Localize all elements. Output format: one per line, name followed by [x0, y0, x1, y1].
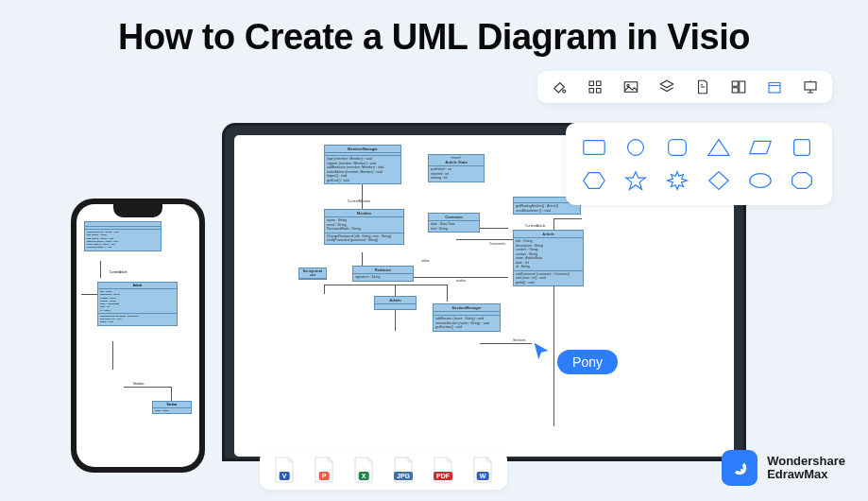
shape-rectangle[interactable] [581, 136, 607, 159]
uml-class-membermanager[interactable]: MemberManager login (member: Member) : v… [324, 145, 401, 184]
class-name: Member [325, 210, 403, 217]
shape-palette [566, 123, 832, 205]
export-p[interactable]: P [313, 457, 335, 483]
uml-class-member[interactable]: Member name : Stringemail : StringPasswo… [324, 209, 404, 245]
assoc-label: editor [421, 259, 430, 263]
brand-logo-group: WondershareEdrawMax [722, 450, 845, 486]
assoc-label: CurrentArticle [110, 270, 127, 274]
class-name: Redactor [353, 267, 413, 274]
svg-rect-4 [624, 82, 638, 93]
layout-icon[interactable] [730, 78, 747, 95]
svg-point-12 [628, 140, 644, 156]
export-toolbar: VPXJPGPDFW [260, 450, 507, 490]
assoc-label: Comments [489, 242, 505, 246]
svg-rect-0 [589, 81, 594, 86]
svg-rect-8 [732, 88, 738, 93]
class-attrs: name : Stringemail : StringPasswordHash … [325, 217, 403, 233]
assoc-label: Sections [133, 382, 145, 386]
grid-icon[interactable] [587, 78, 604, 95]
image-icon[interactable] [622, 78, 639, 95]
assoc-label: author [456, 279, 466, 283]
shape-burst[interactable] [664, 169, 690, 192]
class-ops: addSection (name : String) : voidremoveS… [434, 316, 500, 331]
class-ops: login (member: Member) : voidregister (m… [325, 156, 400, 183]
tool-toolbar [537, 71, 832, 103]
uml-class-notregistered[interactable]: Not registered user [298, 268, 327, 280]
uml-class-admin[interactable]: Admin [374, 296, 417, 310]
class-name: Comment [429, 214, 479, 221]
class-name: Article [98, 283, 177, 289]
uml-class-articlemanager[interactable]: loadCurrent (art : String) : voidedit (a… [84, 221, 162, 251]
class-attrs: published : intrejected : intwaiting : i… [429, 166, 484, 181]
assoc-label: CurrentArticle [525, 224, 545, 228]
svg-rect-7 [740, 81, 745, 93]
uml-class-article[interactable]: Article title : Stringdescription : Stri… [513, 230, 584, 286]
page-title: How to Create a UML Diagram in Visio [0, 17, 868, 58]
assoc-label: Sections [513, 338, 525, 342]
class-name: MemberManager [325, 146, 400, 153]
presentation-icon[interactable] [802, 78, 819, 95]
shape-star[interactable] [622, 169, 649, 192]
svg-rect-2 [589, 89, 594, 94]
class-name: «enum»Article State [429, 155, 484, 166]
class-name: SectionManager [434, 304, 500, 312]
cursor-icon [531, 340, 552, 361]
document-icon[interactable] [694, 78, 711, 95]
brand-text: WondershareEdrawMax [767, 455, 845, 482]
class-ops: loadCurrent (art : String) : voidedit (a… [85, 230, 161, 250]
class-ops: ChangePassword (old : String, new : Stri… [325, 233, 403, 244]
uml-class-section[interactable]: Section name : String [152, 401, 192, 414]
svg-rect-3 [597, 89, 602, 94]
export-jpg[interactable]: JPG [392, 457, 415, 483]
shape-square[interactable] [789, 136, 815, 159]
shape-parallelogram[interactable] [747, 136, 774, 159]
svg-rect-9 [769, 83, 780, 94]
class-name: Not registered user [299, 268, 326, 279]
shape-triangle[interactable] [706, 136, 732, 159]
class-name: Admin [375, 297, 416, 304]
shape-hexagon[interactable] [581, 169, 607, 192]
assoc-label: CurrentMember [348, 199, 371, 203]
svg-point-5 [627, 84, 629, 86]
class-ops: addComment (comment : Comment)edit (star… [514, 271, 583, 286]
uml-class-sectionmanager[interactable]: SectionManager addSection (name : String… [433, 303, 501, 332]
svg-rect-1 [597, 81, 602, 86]
class-ops: getWaitingArticles() : Article[]sendNews… [514, 203, 580, 214]
collab-cursor: Pony [531, 340, 618, 374]
class-attrs: signature : String [353, 274, 413, 281]
class-attrs: date : Date.Timetext : String [429, 221, 479, 232]
export-v[interactable]: V [273, 457, 296, 483]
svg-rect-10 [805, 82, 816, 90]
uml-enum-articlestate[interactable]: «enum»Article State published : intrejec… [428, 154, 485, 182]
class-name: Article [514, 231, 583, 238]
phone-notch [113, 204, 162, 217]
class-attrs: title : Stringdescription : Stringconten… [514, 238, 583, 271]
svg-rect-13 [669, 140, 687, 156]
export-pdf[interactable]: PDF [432, 457, 454, 483]
svg-rect-6 [732, 81, 738, 86]
svg-point-15 [750, 174, 771, 188]
cursor-label: Pony [557, 350, 618, 374]
export-w[interactable]: W [471, 457, 494, 483]
class-attrs: name : String [153, 408, 191, 413]
export-x[interactable]: X [352, 457, 375, 483]
class-attrs: title : Stringdescription : Stringconten… [98, 289, 177, 314]
uml-class-article-phone[interactable]: Article title : Stringdescription : Stri… [97, 282, 178, 326]
uml-class-redactor[interactable]: Redactor signature : String [352, 266, 414, 282]
phone-screen: loadCurrent (art : String) : voidedit (a… [77, 204, 199, 467]
shape-ellipse[interactable] [747, 169, 774, 192]
layers-icon[interactable] [658, 78, 675, 95]
phone-mockup: loadCurrent (art : String) : voidedit (a… [71, 199, 205, 473]
shape-octagon[interactable] [789, 169, 815, 192]
svg-rect-11 [584, 141, 604, 155]
edrawmax-logo-icon [722, 450, 757, 486]
class-name: Section [153, 402, 191, 408]
shape-circle[interactable] [622, 136, 649, 159]
shape-diamond[interactable] [706, 169, 732, 192]
svg-rect-14 [794, 140, 810, 156]
uml-class-comment[interactable]: Comment date : Date.Timetext : String [428, 213, 480, 233]
shape-rounded-square[interactable] [664, 136, 690, 159]
container-icon[interactable] [766, 78, 783, 95]
class-ops: addComment (comment : Comment)edit (star… [98, 314, 177, 325]
fill-icon[interactable] [551, 78, 568, 95]
